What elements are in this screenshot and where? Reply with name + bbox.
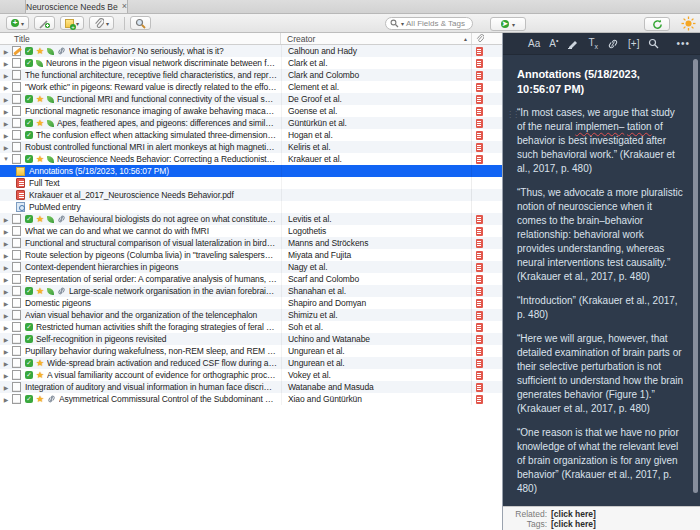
expand-arrow-icon[interactable]: ▶ (2, 252, 10, 259)
table-row[interactable]: ▶Robust controlled functional MRI in ale… (0, 141, 502, 153)
new-item-button[interactable]: + ▾ (6, 16, 29, 30)
expand-arrow-icon[interactable]: ▶ (2, 144, 10, 151)
chevron-down-icon: ▾ (401, 20, 404, 27)
text-color-icon[interactable]: A• (549, 37, 558, 49)
table-row[interactable]: ▶✓Self-recognition in pigeons revisitedU… (0, 333, 502, 345)
table-row[interactable]: ▶✓Restricted human activities shift the … (0, 321, 502, 333)
expand-arrow-icon[interactable]: ▶ (2, 276, 10, 283)
item-title: Behavioural biologists do not agree on w… (69, 214, 281, 224)
expand-arrow-icon[interactable]: ▶ (2, 228, 10, 235)
table-row[interactable]: ▶Functional and structural comparison of… (0, 237, 502, 249)
pdf-attachment-icon (476, 155, 483, 164)
expand-arrow-icon[interactable]: ▶ (2, 108, 10, 115)
table-row[interactable]: ▶Integration of auditory and visual info… (0, 381, 502, 393)
table-row[interactable]: ▶✓★Wide-spread brain activation and redu… (0, 357, 502, 369)
expand-arrow-icon[interactable]: ▶ (2, 132, 10, 139)
item-title: Annotations (5/18/2023, 10:56:07 PM) (29, 166, 173, 176)
highlighter-icon[interactable] (567, 38, 579, 49)
expand-arrow-icon[interactable]: ▶ (2, 120, 10, 127)
doc-icon (12, 382, 21, 392)
table-row[interactable]: ▶Avian visual behavior and the organizat… (0, 309, 502, 321)
table-row[interactable]: ▶Pupillary behavior during wakefulness, … (0, 345, 502, 357)
item-title-cell: ▶✓★What is behavior? No seriously, what … (0, 45, 281, 57)
expand-arrow-icon[interactable]: ▶ (2, 312, 10, 319)
doc-icon (12, 238, 21, 248)
expand-arrow-icon[interactable]: ▶ (2, 324, 10, 331)
note-scrollbar[interactable] (693, 57, 699, 504)
doc-icon (12, 82, 21, 92)
search-placeholder: All Fields & Tags (406, 19, 465, 28)
table-row[interactable]: ▶The functional architecture, receptive … (0, 69, 502, 81)
table-row[interactable]: ▶Domestic pigeonsShapiro and Domyan (0, 297, 502, 309)
table-row[interactable]: ▶✓★Behavioural biologists do not agree o… (0, 213, 502, 225)
table-row[interactable]: ▶✓★Large-scale network organisation in t… (0, 285, 502, 297)
scrollbar-thumb[interactable] (693, 59, 698, 493)
table-row[interactable]: ▶✓★Functional MRI and functional connect… (0, 93, 502, 105)
table-row[interactable]: ▶✓The confusion effect when attacking si… (0, 129, 502, 141)
table-row[interactable]: ▶✓★Asymmetrical Commissural Control of t… (0, 393, 502, 405)
advanced-search-button[interactable] (130, 16, 151, 30)
expand-arrow-icon[interactable]: ▶ (2, 84, 10, 91)
item-title: What we can do and what we cannot do wit… (25, 226, 213, 236)
expand-arrow-icon[interactable]: ▶ (2, 348, 10, 355)
table-row[interactable]: Krakauer et al_2017_Neuroscience Needs B… (0, 189, 502, 201)
column-header-attachment[interactable] (471, 33, 487, 44)
expand-arrow-icon[interactable]: ▶ (2, 96, 10, 103)
table-row[interactable]: Annotations (5/18/2023, 10:56:07 PM) (0, 165, 502, 177)
item-creator: Calhoun and Hady (281, 45, 471, 57)
attachment-cell (471, 345, 487, 357)
expand-arrow-icon[interactable]: ▶ (2, 396, 10, 403)
attachment-cell (471, 45, 487, 57)
expand-arrow-icon[interactable]: ▶ (2, 288, 10, 295)
insert-citation-icon[interactable]: [+] (628, 39, 639, 49)
table-row[interactable]: PubMed entry (0, 201, 502, 213)
related-value[interactable]: [click here] (551, 509, 696, 519)
column-header-creator[interactable]: Creator ▲ (281, 33, 471, 44)
sync-button[interactable] (644, 17, 670, 31)
locate-button[interactable]: ➤ ▾ (490, 17, 526, 31)
clear-formatting-icon[interactable]: Tx (588, 38, 598, 50)
new-note-button[interactable]: + ▾ (60, 16, 84, 30)
table-row[interactable]: ▶What we can do and what we cannot do wi… (0, 225, 502, 237)
table-row[interactable]: ▶✓Neurons in the pigeon visual network d… (0, 57, 502, 69)
add-by-identifier-button[interactable] (34, 16, 55, 30)
table-row[interactable]: ▶Representation of serial order: A compa… (0, 273, 502, 285)
table-row[interactable]: ▶Functional magnetic resonance imaging o… (0, 105, 502, 117)
search-input[interactable]: ▾ All Fields & Tags (385, 17, 473, 30)
link-icon[interactable] (607, 39, 619, 49)
expand-arrow-icon[interactable]: ▶ (2, 60, 10, 67)
note-body[interactable]: Annotations (5/18/2023, 10:56:07 PM) “In… (503, 55, 700, 506)
tab-close-icon[interactable]: × (122, 2, 127, 11)
expand-arrow-icon[interactable]: ▶ (2, 372, 10, 379)
more-options-icon[interactable]: ••• (676, 39, 690, 49)
tab-neuroscience-needs-behavior[interactable]: Neuroscience Needs Behav… × (25, 0, 128, 13)
expand-arrow-icon[interactable]: ▶ (2, 264, 10, 271)
format-text-icon[interactable]: Aa (528, 39, 540, 49)
expand-arrow-icon[interactable]: ▶ (2, 384, 10, 391)
expand-arrow-icon[interactable]: ▶ (2, 48, 10, 55)
tag-star-icon: ★ (36, 371, 44, 379)
table-row[interactable]: ▶✓★Apes, feathered apes, and pigeons: di… (0, 117, 502, 129)
expand-arrow-icon[interactable]: ▶ (2, 360, 10, 367)
expand-arrow-icon[interactable]: ▶ (2, 216, 10, 223)
table-row[interactable]: ▶✓★What is behavior? No seriously, what … (0, 45, 502, 57)
tags-value[interactable]: [click here] (551, 519, 696, 529)
table-row[interactable]: ▶Route selection by pigeons (Columba liv… (0, 249, 502, 261)
expand-arrow-icon[interactable]: ▶ (2, 72, 10, 79)
table-row[interactable]: Full Text (0, 177, 502, 189)
table-row[interactable]: ▶Context-dependent hierarchies in pigeon… (0, 261, 502, 273)
expand-arrow-icon[interactable]: ▶ (2, 300, 10, 307)
search-icon[interactable] (648, 38, 659, 49)
table-row[interactable]: ▼✓★Neuroscience Needs Behavior: Correcti… (0, 153, 502, 165)
column-header-title[interactable]: Title (0, 33, 281, 44)
collapse-arrow-icon[interactable]: ▼ (2, 156, 10, 162)
expand-arrow-icon[interactable]: ▶ (2, 336, 10, 343)
attachment-cell (471, 285, 487, 297)
sun-icon[interactable] (681, 16, 696, 31)
tag-herb-icon (47, 216, 54, 223)
item-title: A visual familiarity account of evidence… (47, 370, 281, 380)
table-row[interactable]: ▶"Work ethic" in pigeons: Reward value i… (0, 81, 502, 93)
table-row[interactable]: ▶✓★A visual familiarity account of evide… (0, 369, 502, 381)
add-attachment-button[interactable]: ▾ (89, 16, 114, 30)
expand-arrow-icon[interactable]: ▶ (2, 240, 10, 247)
